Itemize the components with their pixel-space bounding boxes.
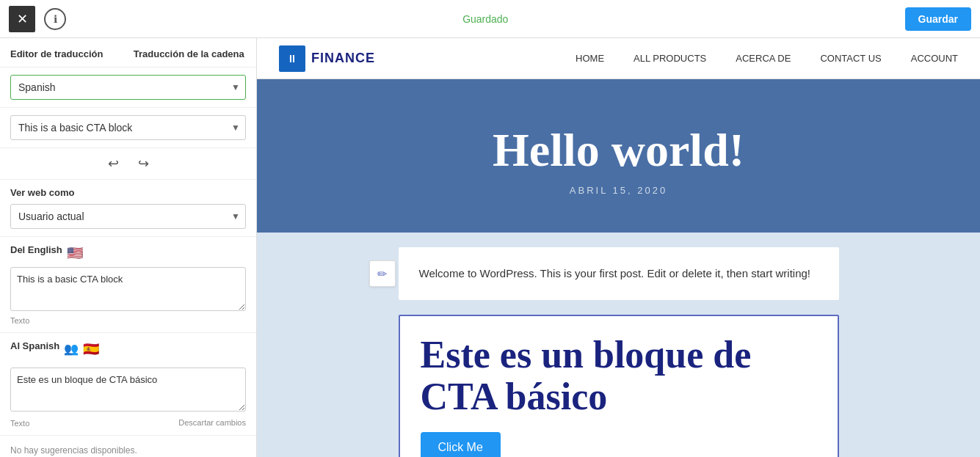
cta-title: Este es un bloque de CTA básico xyxy=(421,334,817,417)
translation-title: Traducción de la cadena xyxy=(132,48,247,59)
nav-acerca-de[interactable]: ACERCA DE xyxy=(736,53,791,64)
logo-text: FINANCE xyxy=(311,51,375,66)
source-section: Del English 🇺🇸 This is a basic CTA block… xyxy=(0,237,256,333)
edit-icon: ✏ xyxy=(377,267,387,281)
save-button[interactable]: Guardar xyxy=(905,7,971,31)
saved-status: Guardado xyxy=(75,13,896,25)
language-select-wrapper: Spanish English French ▼ xyxy=(10,75,246,100)
site-navbar: II FINANCE HOME ALL PRODUCTS ACERCA DE C… xyxy=(257,38,980,79)
translation-header-row: Al Spanish 👥 🇪🇸 xyxy=(10,340,246,363)
right-section: II FINANCE HOME ALL PRODUCTS ACERCA DE C… xyxy=(257,38,980,457)
discard-link[interactable]: Descartar cambios xyxy=(178,418,246,427)
source-text-input[interactable]: This is a basic CTA block xyxy=(10,267,246,311)
content-area: Hello world! ABRIL 15, 2020 Welcome to W… xyxy=(257,79,980,457)
redo-button[interactable]: ↪ xyxy=(132,153,155,175)
welcome-box: Welcome to WordPress. This is your first… xyxy=(399,247,839,300)
edit-button[interactable]: ✏ xyxy=(369,260,396,287)
block-select[interactable]: This is a basic CTA block xyxy=(10,115,246,140)
logo-icon: II xyxy=(279,45,305,72)
english-flag-icon: 🇺🇸 xyxy=(67,245,83,261)
source-type-label: Texto xyxy=(10,316,246,325)
nav-contact-us[interactable]: CONTACT US xyxy=(820,53,881,64)
welcome-text: Welcome to WordPress. This is your first… xyxy=(419,265,819,282)
cta-block: Este es un bloque de CTA básico Click Me xyxy=(399,315,839,457)
suggestions-section: No hay sugerencias disponibles. xyxy=(0,436,256,457)
left-panel: Editor de traducción Traducción de la ca… xyxy=(0,38,257,457)
block-select-wrapper: This is a basic CTA block ▼ xyxy=(10,115,246,140)
suggestions-text: No hay sugerencias disponibles. xyxy=(10,445,137,456)
users-icon: 👥 xyxy=(64,342,79,356)
spanish-flag-icon: 🇪🇸 xyxy=(83,341,99,357)
panel-header: Editor de traducción Traducción de la ca… xyxy=(0,38,256,67)
toolbar: ✕ ℹ Guardado Guardar xyxy=(0,0,980,38)
view-as-section: Ver web como Usuario actual ▼ xyxy=(0,180,256,237)
site-logo: II FINANCE xyxy=(279,45,375,72)
nav-home[interactable]: HOME xyxy=(576,53,604,64)
block-section: This is a basic CTA block ▼ xyxy=(0,108,256,148)
hero-section: Hello world! ABRIL 15, 2020 xyxy=(257,79,980,233)
nav-items: HOME ALL PRODUCTS ACERCA DE CONTACT US A… xyxy=(576,53,958,64)
al-spanish-label-row: Al Spanish 👥 🇪🇸 xyxy=(10,340,99,357)
main-layout: Editor de traducción Traducción de la ca… xyxy=(0,38,980,457)
cta-button[interactable]: Click Me xyxy=(421,432,501,457)
close-button[interactable]: ✕ xyxy=(9,6,35,32)
user-select-wrapper: Usuario actual ▼ xyxy=(10,204,246,229)
editor-title: Editor de traducción xyxy=(10,48,125,59)
language-select[interactable]: Spanish English French xyxy=(10,75,246,100)
info-button[interactable]: ℹ xyxy=(44,8,66,30)
del-english-label: Del English xyxy=(10,244,62,255)
nav-all-products[interactable]: ALL PRODUCTS xyxy=(634,53,706,64)
nav-account[interactable]: ACCOUNT xyxy=(911,53,958,64)
al-spanish-label: Al Spanish xyxy=(10,340,59,351)
view-as-label: Ver web como xyxy=(10,187,246,198)
translation-text-input[interactable]: Este es un <span class="underline-text">… xyxy=(10,368,246,412)
hero-title: Hello world! xyxy=(272,123,965,178)
source-label-row: Del English 🇺🇸 xyxy=(10,244,246,261)
undo-button[interactable]: ↩ xyxy=(102,153,125,175)
user-select[interactable]: Usuario actual xyxy=(10,204,246,229)
undo-redo-row: ↩ ↪ xyxy=(0,148,256,180)
translation-type-label: Texto xyxy=(10,419,29,428)
language-section: Spanish English French ▼ xyxy=(0,67,256,108)
hero-date: ABRIL 15, 2020 xyxy=(272,185,965,196)
translation-section: Al Spanish 👥 🇪🇸 Este es un <span class="… xyxy=(0,333,256,436)
